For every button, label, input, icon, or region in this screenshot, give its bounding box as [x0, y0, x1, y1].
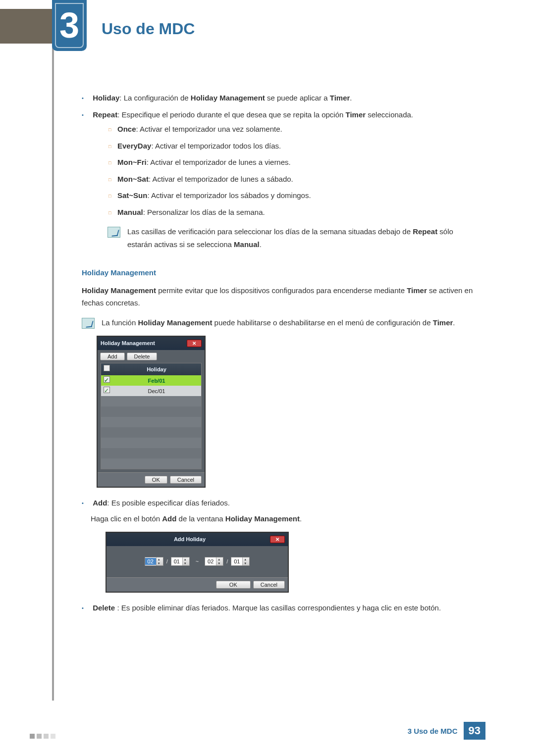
cancel-button[interactable]: Cancel — [170, 476, 202, 484]
dialog-titlebar: Add Holiday ✕ — [107, 533, 288, 546]
check-icon[interactable] — [104, 376, 110, 383]
cell: Dec/01 — [112, 387, 201, 396]
dialog-footer: OK Cancel — [98, 472, 205, 487]
separator: / — [226, 557, 228, 566]
spinner-arrows-icon[interactable] — [156, 557, 163, 565]
bullet-holiday: Holiday: La configuración de Holiday Man… — [91, 92, 478, 104]
table-row — [101, 458, 201, 469]
from-month-spinner[interactable] — [145, 557, 163, 566]
top-bullet-list: Holiday: La configuración de Holiday Man… — [82, 92, 478, 251]
sub-satsun: Sat~Sun: Activar el temporizador los sáb… — [117, 189, 478, 202]
bullet-repeat: Repeat: Especifique el periodo durante e… — [91, 108, 478, 251]
grid-header-col: Holiday — [112, 363, 201, 376]
add-instruction: Haga clic en el botón Add de la ventana … — [91, 512, 478, 525]
sub-everyday: EveryDay: Activar el temporizador todos … — [117, 140, 478, 152]
note-repeat-manual: Las casillas de verificación para selecc… — [91, 225, 478, 251]
section-paragraph: Holiday Management permite evitar que lo… — [82, 284, 478, 309]
footer: 3 Uso de MDC 93 — [0, 721, 535, 756]
table-row — [101, 396, 201, 406]
to-day-spinner[interactable] — [231, 557, 250, 566]
note-icon — [82, 318, 95, 329]
grid-header: Holiday — [101, 363, 201, 376]
footer-text: 3 Uso de MDC — [408, 727, 458, 735]
table-row[interactable]: Feb/01 — [101, 375, 201, 386]
note-text: Las casillas de verificación para selecc… — [127, 225, 478, 251]
dialog-toolbar: Add Delete — [98, 350, 205, 363]
note-holiday-mgmt: La función Holiday Management puede habi… — [82, 316, 478, 329]
dialog-titlebar: Holiday Management ✕ — [98, 337, 205, 350]
add-button[interactable]: Add — [100, 353, 125, 360]
table-row — [101, 406, 201, 417]
chapter-badge: 3 — [52, 0, 87, 51]
section-heading: Holiday Management — [82, 266, 478, 279]
page-number: 93 — [464, 722, 485, 740]
dialog-title: Holiday Management — [101, 339, 155, 348]
dialog-title: Add Holiday — [174, 535, 206, 544]
from-day-spinner[interactable] — [171, 557, 190, 566]
separator: / — [166, 557, 168, 566]
table-row — [101, 417, 201, 427]
spinner-arrows-icon[interactable] — [182, 557, 189, 565]
check-icon[interactable] — [104, 387, 110, 393]
left-vertical-rule — [52, 0, 54, 701]
sub-monsat: Mon~Sat: Activar el temporizador de lune… — [117, 173, 478, 186]
note-icon — [107, 227, 120, 238]
grid-header-check — [101, 363, 112, 376]
table-row — [101, 448, 201, 458]
table-row[interactable]: Dec/01 — [101, 386, 201, 396]
sub-manual: Manual: Personalizar los días de la sema… — [117, 206, 478, 219]
from-day-input[interactable] — [171, 558, 182, 565]
to-month-input[interactable] — [205, 558, 216, 565]
bullet-add: Add: Es posible especificar días feriado… — [91, 497, 478, 592]
spinner-arrows-icon[interactable] — [242, 557, 249, 565]
note-text: La función Holiday Management puede habi… — [102, 316, 455, 329]
to-day-input[interactable] — [231, 558, 242, 565]
content-area: Holiday: La configuración de Holiday Man… — [82, 92, 478, 618]
table-row — [101, 438, 201, 448]
sub-once: Once: Activar el temporizador una vez so… — [117, 123, 478, 136]
from-month-input[interactable] — [145, 558, 156, 565]
ok-button[interactable]: OK — [145, 476, 167, 484]
add-bullet-list: Add: Es posible especificar días feriado… — [82, 497, 478, 614]
dialog-body: / ~ / — [107, 546, 288, 577]
close-icon[interactable]: ✕ — [270, 536, 285, 543]
to-month-spinner[interactable] — [205, 557, 223, 566]
add-holiday-dialog: Add Holiday ✕ / ~ / OK Cancel — [106, 532, 289, 592]
footer-bar: 3 Uso de MDC 93 — [50, 722, 485, 740]
close-icon[interactable]: ✕ — [187, 340, 202, 347]
spinner-arrows-icon[interactable] — [216, 557, 223, 565]
delete-button[interactable]: Delete — [127, 353, 158, 360]
bullet-delete: Delete : Es posible eliminar días feriad… — [91, 602, 478, 614]
holiday-management-dialog: Holiday Management ✕ Add Delete Holiday … — [97, 336, 206, 488]
cell: Feb/01 — [112, 376, 201, 386]
holiday-grid: Holiday Feb/01 Dec/01 — [101, 363, 202, 470]
dialog-footer: OK Cancel — [107, 577, 288, 592]
cancel-button[interactable]: Cancel — [253, 581, 285, 589]
tilde: ~ — [196, 557, 199, 566]
chapter-number: 3 — [52, 5, 87, 46]
sub-monfri: Mon~Fri: Activar el temporizador de lune… — [117, 156, 478, 169]
page-title: Uso de MDC — [102, 20, 195, 38]
ok-button[interactable]: OK — [216, 581, 251, 589]
table-row — [101, 427, 201, 438]
repeat-sub-list: Once: Activar el temporizador una vez so… — [91, 123, 478, 218]
check-icon[interactable] — [104, 365, 110, 371]
